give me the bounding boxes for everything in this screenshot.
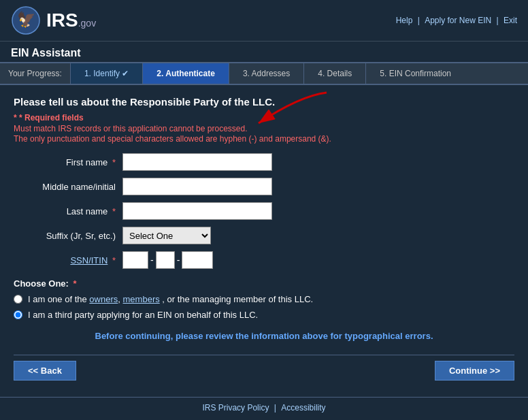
exit-link[interactable]: Exit: [504, 16, 517, 25]
ssn-dash2: -: [177, 255, 180, 265]
ssn-row: SSN/ITIN * - -: [14, 251, 514, 269]
radio2-label: I am a third party applying for an EIN o…: [28, 310, 258, 320]
logo-text-area: IRS.gov: [46, 10, 96, 31]
members-link[interactable]: members: [123, 294, 160, 304]
radio-row-2: I am a third party applying for an EIN o…: [14, 310, 514, 320]
choose-required-star: *: [73, 278, 77, 289]
choose-one-section: Choose One: * I am one of the owners, me…: [14, 278, 514, 320]
choose-one-label: Choose One: *: [14, 278, 514, 289]
first-name-label: First name *: [14, 157, 122, 167]
middle-name-row: Middle name/initial: [14, 178, 514, 195]
continue-button[interactable]: Continue >>: [435, 361, 514, 381]
bottom-bar: IRS Privacy Policy | Accessibility: [0, 397, 528, 418]
logo-area: 🦅 IRS.gov: [11, 5, 96, 35]
last-name-required-star: *: [110, 206, 116, 216]
first-name-required-star: *: [110, 157, 116, 167]
back-button[interactable]: << Back: [14, 361, 76, 381]
middle-name-input[interactable]: [122, 178, 272, 195]
typographical-notice: Before continuing, please review the inf…: [14, 331, 514, 341]
accessibility-link[interactable]: Accessibility: [281, 403, 325, 413]
middle-name-label: Middle name/initial: [14, 182, 122, 192]
radio-owners-members[interactable]: [14, 295, 22, 304]
suffix-row: Suffix (Jr, Sr, etc.) Select One Jr Sr I…: [14, 227, 514, 244]
last-name-input[interactable]: [122, 202, 272, 220]
progress-step-addresses[interactable]: 3. Addresses: [229, 63, 303, 84]
ssn-dash1: -: [150, 255, 154, 265]
progress-step-identify[interactable]: 1. Identify ✔: [70, 63, 142, 84]
help-link[interactable]: Help: [396, 16, 413, 25]
gov-text: .gov: [78, 18, 96, 29]
ssn-part2-input[interactable]: [156, 251, 175, 269]
title-bar: EIN Assistant: [0, 42, 528, 63]
irs-logo-text: IRS: [46, 10, 78, 31]
progress-step-ein-confirmation[interactable]: 5. EIN Confirmation: [365, 63, 465, 84]
header: 🦅 IRS.gov Help | Apply for New EIN | Exi…: [0, 0, 528, 42]
radio-row-1: I am one of the owners, members , or the…: [14, 294, 514, 304]
page-title: EIN Assistant: [11, 47, 517, 59]
red-arrow-icon: [163, 89, 340, 137]
privacy-policy-link[interactable]: IRS Privacy Policy: [202, 403, 269, 413]
ssn-required-star: *: [112, 255, 116, 265]
progress-step-authenticate[interactable]: 2. Authenticate: [142, 63, 229, 84]
ssn-part1-input[interactable]: [122, 251, 148, 269]
ssn-itin-link[interactable]: SSN/ITIN: [70, 255, 108, 265]
suffix-label: Suffix (Jr, Sr, etc.): [14, 231, 122, 241]
progress-bar: Your Progress: 1. Identify ✔ 2. Authenti…: [0, 63, 528, 85]
last-name-row: Last name *: [14, 202, 514, 220]
irs-eagle-logo: 🦅: [11, 5, 41, 35]
apply-new-ein-link[interactable]: Apply for New EIN: [425, 16, 491, 25]
first-name-row: First name *: [14, 153, 514, 171]
radio-third-party[interactable]: [14, 310, 22, 319]
required-star-icon: *: [14, 113, 17, 123]
separator: |: [274, 403, 278, 413]
progress-label: Your Progress:: [0, 63, 70, 84]
header-links: Help | Apply for New EIN | Exit: [396, 16, 517, 25]
owners-link[interactable]: owners: [89, 294, 118, 304]
ssn-label-area: SSN/ITIN *: [14, 255, 122, 265]
suffix-select[interactable]: Select One Jr Sr II III IV Esq: [122, 227, 211, 244]
first-name-input[interactable]: [122, 153, 272, 171]
footer-buttons: << Back Continue >>: [14, 355, 514, 386]
progress-step-details[interactable]: 4. Details: [303, 63, 365, 84]
main-content: Please tell us about the Responsible Par…: [0, 85, 528, 397]
last-name-label: Last name *: [14, 206, 122, 216]
svg-text:🦅: 🦅: [17, 10, 36, 29]
radio1-label: I am one of the owners, members , or the…: [28, 294, 313, 304]
ssn-part3-input[interactable]: [182, 251, 213, 269]
